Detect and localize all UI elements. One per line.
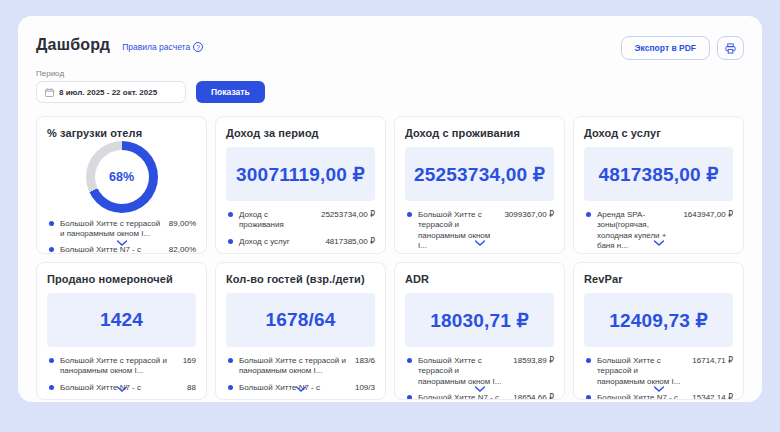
occupancy-donut-chart: 68% [86, 141, 158, 213]
card-title: Продано номероночей [47, 273, 196, 285]
expand-chevron-down-icon[interactable] [468, 230, 491, 252]
metrics-grid: % загрузки отеля 68% Большой Хитте с тер… [36, 116, 744, 400]
card-title: RevPar [584, 273, 733, 285]
card-room-nights: Продано номероночей 1424 Большой Хитте с… [36, 262, 207, 400]
metric-value: 1424 [100, 309, 143, 331]
show-button[interactable]: Показать [196, 81, 265, 103]
expand-chevron-down-icon[interactable] [647, 230, 670, 252]
metric-value: 25253734,00 ₽ [414, 163, 545, 186]
help-icon[interactable]: ? [193, 42, 203, 52]
bullet-icon [49, 247, 54, 252]
metric-value: 12409,73 ₽ [609, 309, 708, 332]
calculation-rules-link[interactable]: Правила расчета ? [122, 42, 203, 52]
bullet-icon [586, 395, 591, 400]
bullet-icon [228, 212, 233, 217]
date-range-input[interactable]: 8 июл. 2025 - 22 окт. 2025 [36, 81, 186, 103]
bullet-icon [407, 358, 412, 363]
card-title: Кол-во гостей (взр./дети) [226, 273, 375, 285]
bullet-icon [228, 385, 233, 390]
header: Дашборд Правила расчета ? Экспорт в PDF [36, 36, 744, 60]
printer-icon [725, 43, 736, 54]
card-adr: ADR 18030,71 ₽ Большой Хитте с террасой … [394, 262, 565, 400]
card-title: % загрузки отеля [47, 127, 196, 139]
card-guest-count: Кол-во гостей (взр./дети) 1678/64 Большо… [215, 262, 386, 400]
list-item: Доход с проживания 25253734,00 ₽ [226, 210, 375, 231]
date-range-value: 8 июл. 2025 - 22 окт. 2025 [59, 88, 157, 97]
bullet-icon [228, 358, 233, 363]
card-title: Доход с услуг [584, 127, 733, 139]
expand-chevron-down-icon[interactable] [289, 376, 312, 398]
period-filter: Период 8 июл. 2025 - 22 окт. 2025 Показа… [36, 69, 744, 103]
export-pdf-button[interactable]: Экспорт в PDF [621, 36, 710, 60]
bullet-icon [407, 212, 412, 217]
bullet-icon [586, 358, 591, 363]
expand-chevron-down-icon[interactable] [468, 376, 491, 398]
card-lodging-revenue: Доход с проживания 25253734,00 ₽ Большой… [394, 116, 565, 254]
card-title: ADR [405, 273, 554, 285]
calendar-icon [45, 88, 54, 97]
bullet-icon [49, 385, 54, 390]
expand-chevron-down-icon[interactable] [110, 376, 133, 398]
card-services-revenue: Доход с услуг 4817385,00 ₽ Аренда SPA-зо… [573, 116, 744, 254]
card-revpar: RevPar 12409,73 ₽ Большой Хитте с террас… [573, 262, 744, 400]
metric-value: 1678/64 [265, 309, 335, 331]
metric-value: 4817385,00 ₽ [598, 163, 718, 186]
rules-link-label: Правила расчета [122, 42, 190, 52]
card-title: Доход с проживания [405, 127, 554, 139]
metric-value: 30071119,00 ₽ [236, 163, 365, 186]
expand-chevron-down-icon[interactable] [647, 376, 670, 398]
card-title: Доход за период [226, 127, 375, 139]
bullet-icon [49, 221, 54, 226]
print-button[interactable] [717, 36, 744, 60]
dashboard-panel: Дашборд Правила расчета ? Экспорт в PDF … [18, 16, 762, 402]
list-item: Доход с услуг 4817385,00 ₽ [226, 237, 375, 247]
card-period-revenue: Доход за период 30071119,00 ₽ Доход с пр… [215, 116, 386, 254]
bullet-icon [49, 358, 54, 363]
page-title: Дашборд [36, 36, 110, 54]
occupancy-percent-label: 68% [109, 170, 134, 184]
list-item: Большой Хитте с террасой и панорамным ок… [47, 356, 196, 377]
bullet-icon [407, 395, 412, 400]
card-occupancy: % загрузки отеля 68% Большой Хитте с тер… [36, 116, 207, 254]
bullet-icon [586, 212, 591, 217]
metric-value: 18030,71 ₽ [430, 309, 529, 332]
expand-chevron-down-icon[interactable] [110, 230, 133, 252]
list-item: Большой Хитте с террасой и панорамным ок… [226, 356, 375, 377]
bullet-icon [228, 239, 233, 244]
period-label: Период [36, 69, 744, 78]
